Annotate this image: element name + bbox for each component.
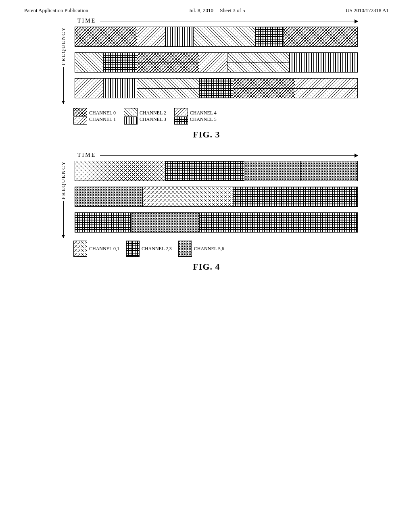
fig4-legend-ch01: CHANNEL 0,1 bbox=[73, 241, 119, 257]
fig4-rows bbox=[75, 161, 358, 238]
fig4-diagram: TIME FREQUENCY bbox=[55, 152, 358, 280]
page: Patent Application Publication Jul. 8, 2… bbox=[0, 0, 413, 532]
fig3-r2-c6 bbox=[290, 53, 357, 72]
fig4-r1-c2 bbox=[165, 161, 244, 181]
fig3-time-axis: TIME bbox=[55, 18, 358, 24]
fig4-label: FIG. 4 bbox=[55, 262, 358, 272]
fig4-row2 bbox=[75, 187, 358, 207]
page-header: Patent Application Publication Jul. 8, 2… bbox=[0, 0, 413, 18]
fig3-r1-c4 bbox=[194, 27, 256, 46]
fig4-legend-ch56-box bbox=[178, 241, 185, 257]
fig4-r2-c3 bbox=[233, 187, 357, 206]
fig4-legend-ch23-box bbox=[126, 241, 133, 257]
fig4-legend-ch23: CHANNEL 2,3 bbox=[126, 241, 172, 257]
fig3-rows bbox=[75, 27, 358, 104]
fig3-r3-c6 bbox=[295, 79, 357, 98]
fig3-legend-ch3-label: CHANNEL 3 bbox=[140, 116, 166, 123]
fig4-legend-ch01-box bbox=[73, 241, 80, 257]
fig4-legend-ch56: CHANNEL 5,6 bbox=[178, 241, 224, 257]
fig3-r3-c3 bbox=[137, 79, 199, 98]
fig4-r1-c1 bbox=[75, 161, 165, 181]
fig3-r2-c3 bbox=[137, 53, 199, 72]
fig3-legend-ch5-box bbox=[174, 116, 188, 125]
fig3-r1-c5 bbox=[256, 27, 284, 46]
fig4-r1-c3 bbox=[244, 161, 301, 181]
fig4-freq-arrow bbox=[63, 201, 64, 238]
fig3-section: TIME FREQUENCY bbox=[32, 18, 381, 148]
fig3-r1-c2 bbox=[137, 27, 165, 46]
fig3-legend-ch2-label: CHANNEL 2 bbox=[140, 110, 166, 116]
fig4-row1 bbox=[75, 161, 358, 181]
fig4-legend-ch01-label: CHANNEL 0,1 bbox=[89, 246, 119, 252]
fig4-freq-label: FREQUENCY bbox=[60, 161, 67, 200]
fig3-label: FIG. 3 bbox=[55, 129, 358, 140]
fig3-time-label: TIME bbox=[77, 18, 96, 24]
fig3-freq-axis: FREQUENCY bbox=[55, 27, 71, 104]
fig3-r3-c4 bbox=[199, 79, 233, 98]
fig3-legend-ch0: CHANNEL 0 CHANNEL 1 bbox=[73, 108, 116, 125]
fig4-legend: CHANNEL 0,1 CHANNEL 2,3 bbox=[73, 241, 358, 257]
fig4-diagrams-area: FREQUENCY bbox=[55, 161, 358, 238]
fig3-freq-arrow bbox=[63, 67, 64, 104]
fig3-r3-c1 bbox=[75, 79, 103, 98]
fig3-r3-c5 bbox=[233, 79, 295, 98]
fig4-r2-c2 bbox=[143, 187, 233, 206]
fig4-legend-ch56-box2 bbox=[185, 241, 192, 257]
fig3-legend-ch2-box bbox=[124, 108, 138, 116]
fig3-legend-ch4-label: CHANNEL 4 bbox=[190, 110, 217, 116]
fig3-time-arrow bbox=[100, 21, 358, 21]
fig3-r2-c1 bbox=[75, 53, 103, 72]
fig4-legend-ch23-label: CHANNEL 2,3 bbox=[142, 246, 172, 252]
header-patent-number: US 2010/172318 A1 bbox=[346, 7, 389, 14]
fig4-time-label: TIME bbox=[77, 152, 96, 158]
fig3-legend-ch2: CHANNEL 2 CHANNEL 3 bbox=[124, 108, 166, 125]
fig4-time-axis: TIME bbox=[55, 152, 358, 158]
fig4-r3-c3 bbox=[199, 213, 357, 232]
fig3-diagram: TIME FREQUENCY bbox=[55, 18, 358, 148]
header-sheet: Sheet 3 of 5 bbox=[220, 7, 245, 13]
header-date-sheet: Jul. 8, 2010 Sheet 3 of 5 bbox=[189, 7, 245, 14]
fig3-r3-c2 bbox=[103, 79, 137, 98]
header-date: Jul. 8, 2010 bbox=[189, 7, 213, 13]
fig3-r1-c1 bbox=[75, 27, 137, 46]
fig3-legend-ch4-box bbox=[174, 108, 188, 116]
fig3-legend-ch1-box bbox=[73, 116, 87, 125]
fig3-legend-ch5-label: CHANNEL 5 bbox=[190, 116, 217, 123]
fig4-legend-ch56-label: CHANNEL 5,6 bbox=[194, 246, 224, 252]
fig3-r1-c6 bbox=[284, 27, 357, 46]
fig4-r2-c1 bbox=[75, 187, 143, 206]
fig4-section: TIME FREQUENCY bbox=[32, 152, 381, 280]
fig3-row3 bbox=[75, 78, 358, 98]
fig3-diagrams-area: FREQUENCY bbox=[55, 27, 358, 104]
fig4-time-arrow bbox=[100, 155, 358, 156]
fig4-legend-ch23-box2 bbox=[133, 241, 140, 257]
fig3-legend-ch1-label: CHANNEL 1 bbox=[89, 116, 116, 123]
fig3-row2 bbox=[75, 52, 358, 73]
fig3-legend-ch0-box bbox=[73, 108, 87, 116]
fig3-legend-ch0-label: CHANNEL 0 bbox=[89, 110, 116, 116]
fig4-row3 bbox=[75, 212, 358, 233]
fig3-r2-c2 bbox=[103, 53, 137, 72]
fig4-r3-c2 bbox=[131, 213, 199, 232]
fig3-r1-c3 bbox=[165, 27, 194, 46]
fig3-legend-ch3-box bbox=[124, 116, 138, 125]
fig3-freq-label: FREQUENCY bbox=[60, 27, 67, 65]
fig4-legend-ch01-box2 bbox=[80, 241, 87, 257]
fig3-legend: CHANNEL 0 CHANNEL 1 CHANNEL 2 CHANNEL 3 bbox=[73, 108, 358, 125]
fig4-r1-c4 bbox=[301, 161, 357, 181]
header-publication: Patent Application Publication bbox=[24, 7, 88, 14]
fig3-legend-ch4: CHANNEL 4 CHANNEL 5 bbox=[174, 108, 217, 125]
fig4-r3-c1 bbox=[75, 213, 131, 232]
fig3-row1 bbox=[75, 27, 358, 47]
main-content: TIME FREQUENCY bbox=[0, 18, 413, 280]
fig3-r2-c4 bbox=[199, 53, 227, 72]
fig3-r2-c5 bbox=[227, 53, 290, 72]
fig4-freq-axis: FREQUENCY bbox=[55, 161, 71, 238]
